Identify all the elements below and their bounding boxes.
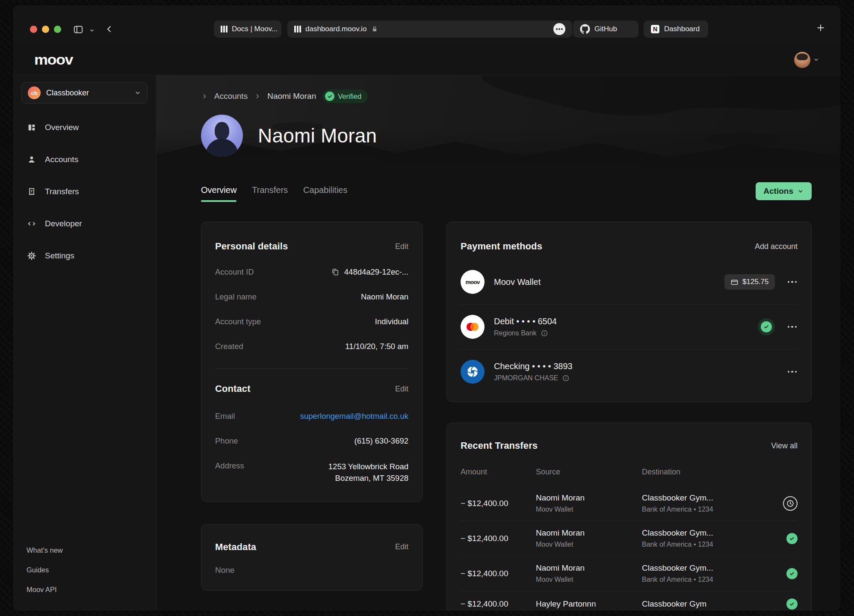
tab-capabilities[interactable]: Capabilities (303, 185, 347, 202)
recent-transfers-card: Recent Transfers View all Amount Source … (446, 423, 812, 611)
browser-toolbar: Docs | Moov... dashboard.moov.io GitHub (13, 5, 841, 44)
gear-icon (27, 251, 37, 261)
mastercard-icon (461, 315, 485, 339)
field-created: Created 11/10/20, 7:50 am (215, 342, 408, 351)
row-menu-icon[interactable] (787, 278, 798, 286)
sidebar-item-accounts[interactable]: Accounts (21, 149, 148, 170)
sidebar-item-label: Overview (45, 123, 79, 132)
whats-new-link[interactable]: What's new (27, 546, 63, 554)
transfer-row[interactable]: − $12,400.00 Hayley Partonnn Classbooker… (461, 591, 798, 611)
sidebar-item-developer[interactable]: Developer (21, 213, 148, 234)
browser-tab-dashboard[interactable]: N Dashboard (644, 21, 708, 38)
info-icon[interactable] (541, 329, 548, 337)
metadata-card: Metadata Edit None (201, 524, 423, 591)
created-value: 11/10/20, 7:50 am (345, 342, 408, 351)
field-account-type: Account type Individual (215, 317, 408, 326)
transfer-source-sub: Moov Wallet (536, 541, 642, 548)
org-avatar: cb (28, 86, 41, 99)
window-controls (30, 26, 61, 33)
sidebar-toggle-icon[interactable] (73, 24, 84, 35)
row-menu-icon[interactable] (787, 323, 798, 331)
browser-tab-github-label: GitHub (594, 25, 617, 33)
sidebar: cb Classbooker Overview (13, 75, 157, 611)
back-button[interactable] (104, 24, 115, 34)
user-chevron-down-icon (813, 56, 819, 63)
transfer-row[interactable]: − $12,400.00 Naomi Moran Moov Wallet Cla… (461, 486, 798, 521)
browser-tab-github[interactable]: GitHub (573, 21, 638, 38)
org-selector[interactable]: cb Classbooker (21, 82, 148, 104)
card-title: Metadata (215, 542, 256, 553)
person-icon (27, 155, 37, 164)
tab-transfers[interactable]: Transfers (252, 185, 288, 202)
phone-value: (615) 630-3692 (354, 436, 408, 446)
app-header: moov (13, 44, 841, 75)
payment-method-bank: Regions Bank (494, 329, 537, 337)
org-chevron-down-icon (134, 89, 141, 96)
github-icon (580, 24, 590, 34)
view-all-button[interactable]: View all (771, 441, 798, 450)
actions-button[interactable]: Actions (756, 182, 812, 200)
email-link[interactable]: superlongemail@hotmail.co.uk (300, 412, 408, 421)
transfer-source: Naomi Moran (536, 563, 642, 573)
chevron-right-icon (201, 93, 208, 100)
user-menu[interactable] (794, 52, 819, 68)
address-line2: Bozeman, MT 35928 (328, 473, 408, 484)
chase-icon (461, 360, 485, 384)
address-bar[interactable]: dashboard.moov.io (287, 21, 572, 38)
org-label: Classbooker (46, 89, 89, 98)
sidebar-chevron-down-icon[interactable] (89, 27, 95, 33)
transfer-amount: − $12,400.00 (461, 499, 536, 508)
address-line1: 1253 Yellowbrick Road (328, 461, 408, 473)
browser-tab-docs[interactable]: Docs | Moov... (214, 21, 281, 38)
row-menu-icon[interactable] (787, 368, 798, 376)
transfer-destination-sub: Bank of America • 1234 (642, 576, 779, 583)
payment-method-bank: JPMORGAN CHASE (494, 374, 558, 382)
new-tab-icon[interactable] (815, 22, 826, 35)
completed-status-icon (786, 568, 798, 579)
close-window-button[interactable] (30, 26, 37, 33)
account-id-value: 448d4a29-12ec-... (344, 267, 408, 277)
verified-badge-label: Verified (338, 92, 361, 101)
tab-overview[interactable]: Overview (201, 185, 236, 202)
guides-link[interactable]: Guides (27, 566, 63, 574)
payment-method-row: Checking • • • • 3893 JPMORGAN CHASE (461, 349, 798, 394)
transfer-row[interactable]: − $12,400.00 Naomi Moran Moov Wallet Cla… (461, 521, 798, 556)
sidebar-item-label: Transfers (45, 187, 79, 196)
add-account-button[interactable]: Add account (755, 242, 798, 251)
sidebar-item-settings[interactable]: Settings (21, 246, 148, 266)
metadata-value: None (215, 566, 408, 575)
profile-avatar (201, 115, 243, 157)
page-title: Naomi Moran (258, 124, 377, 147)
breadcrumb-accounts[interactable]: Accounts (214, 92, 248, 101)
minimize-window-button[interactable] (42, 26, 49, 33)
actions-button-label: Actions (763, 187, 793, 196)
page-options-icon[interactable] (553, 23, 565, 35)
transfer-row[interactable]: − $12,400.00 Naomi Moran Moov Wallet Cla… (461, 556, 798, 591)
transfer-destination-sub: Bank of America • 1234 (642, 541, 779, 548)
info-icon[interactable] (562, 374, 570, 382)
sidebar-item-label: Developer (45, 219, 82, 228)
field-email: Email superlongemail@hotmail.co.uk (215, 412, 408, 421)
copy-icon[interactable] (331, 268, 340, 276)
transfer-amount: − $12,400.00 (461, 599, 536, 609)
moov-wallet-icon: moov (461, 270, 485, 294)
lock-icon (371, 25, 378, 33)
sidebar-item-overview[interactable]: Overview (21, 117, 148, 138)
payment-method-name: Debit • • • • 6504 (494, 317, 557, 326)
transfers-table-header: Amount Source Destination (461, 468, 798, 486)
edit-metadata-button[interactable]: Edit (395, 542, 408, 551)
page-tabs: Overview Transfers Capabilities Actions (201, 182, 812, 204)
moov-api-link[interactable]: Moov API (27, 586, 63, 594)
payment-method-name: Checking • • • • 3893 (494, 361, 573, 371)
edit-contact-button[interactable]: Edit (395, 385, 408, 394)
card-title: Payment methods (461, 241, 542, 252)
wallet-balance: $125.75 (742, 278, 768, 286)
moov-logo: moov (34, 51, 73, 68)
transfer-source-sub: Moov Wallet (536, 506, 642, 513)
payment-method-name: Moov Wallet (494, 277, 541, 287)
browser-tab-dashboard-label: Dashboard (664, 25, 700, 33)
zoom-window-button[interactable] (54, 26, 61, 33)
sidebar-item-transfers[interactable]: Transfers (21, 181, 148, 202)
browser-window: Docs | Moov... dashboard.moov.io GitHub (13, 5, 841, 611)
edit-personal-details-button[interactable]: Edit (395, 242, 408, 251)
